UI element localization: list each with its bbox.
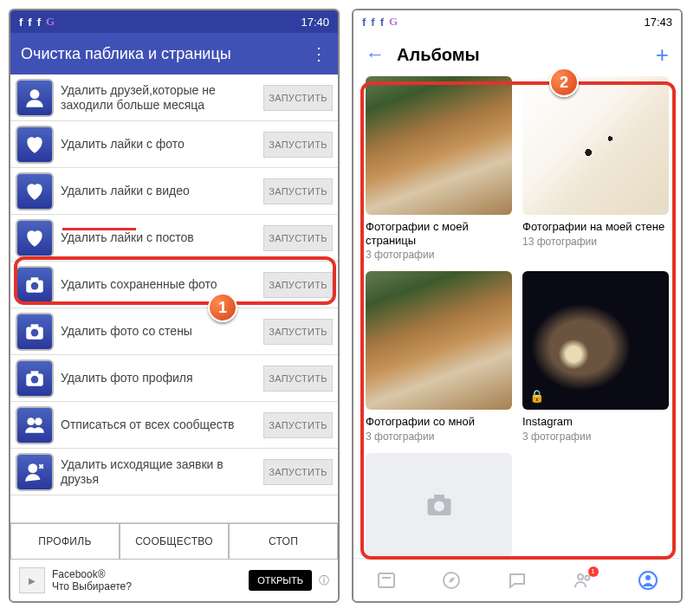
run-button[interactable]: ЗАПУСТИТЬ: [263, 225, 333, 251]
task-label: Отписаться от всех сообществ: [61, 418, 263, 432]
bottom-nav: 1: [353, 558, 681, 601]
album-title: Instagram: [522, 415, 669, 429]
ad-info-icon[interactable]: ⓘ: [319, 573, 329, 588]
run-button[interactable]: ЗАПУСТИТЬ: [263, 178, 333, 204]
task-label: Удалить лайки с постов: [61, 230, 263, 245]
nav-explore-icon[interactable]: [441, 570, 462, 591]
task-row: Удалить фото профиляЗАПУСТИТЬ: [10, 355, 338, 402]
upload-album[interactable]: [366, 453, 512, 557]
nav-friends-icon[interactable]: 1: [573, 570, 593, 591]
page-title: Очистка паблика и страницы: [21, 45, 231, 63]
task-label: Удалить фото со стены: [61, 324, 263, 339]
back-icon[interactable]: ←: [366, 43, 385, 66]
task-label: Удалить лайки с фото: [61, 137, 263, 152]
heart-icon: [16, 219, 54, 257]
tab-stop[interactable]: СТОП: [229, 523, 338, 560]
right-screen: f f f G 17:43 ← Альбомы + Фотографии с м…: [352, 9, 683, 603]
task-row: Удалить друзей,которые не заходили больш…: [10, 74, 338, 121]
album-card[interactable]: Фотографии с моей страницы3 фотографии: [366, 76, 512, 261]
heart-icon: [16, 172, 54, 210]
album-count: 3 фотографии: [366, 430, 512, 443]
album-count: 3 фотографии: [366, 249, 512, 261]
facebook-icon: f: [371, 16, 374, 29]
svg-rect-8: [434, 495, 444, 500]
task-label: Удалить исходящие заявки в друзья: [61, 457, 263, 487]
run-button[interactable]: ЗАПУСТИТЬ: [263, 132, 333, 158]
album-count: 13 фотографии: [522, 236, 669, 248]
album-thumb: 🔒: [522, 271, 669, 410]
album-thumb: [366, 271, 512, 410]
ad-open-button[interactable]: ОТКРЫТЬ: [249, 570, 312, 591]
facebook-icon: f: [380, 16, 384, 29]
album-grid: Фотографии с моей страницы3 фотографииФо…: [353, 76, 681, 558]
annotation-badge-2: 2: [549, 68, 579, 97]
facebook-icon: f: [362, 16, 366, 29]
task-label: Удалить друзей,которые не заходили больш…: [61, 83, 263, 113]
nav-news-icon[interactable]: [376, 570, 397, 591]
svg-point-14: [585, 575, 589, 579]
left-screen: f f f G 17:40 Очистка паблика и страницы…: [9, 9, 340, 603]
person-icon: [16, 79, 54, 117]
album-card[interactable]: 🔒Instagram3 фотографии: [522, 271, 669, 443]
facebook-icon: f: [28, 16, 31, 29]
svg-point-13: [578, 574, 583, 579]
run-button[interactable]: ЗАПУСТИТЬ: [263, 319, 333, 345]
task-list: Удалить друзей,которые не заходили больш…: [10, 74, 338, 519]
task-row: Удалить лайки с видеоЗАПУСТИТЬ: [10, 168, 338, 215]
run-button[interactable]: ЗАПУСТИТЬ: [263, 412, 333, 438]
svg-point-9: [434, 501, 444, 511]
ad-brand: Facebook®: [52, 568, 242, 580]
tab-profile[interactable]: ПРОФИЛЬ: [10, 523, 120, 560]
album-title: Фотографии на моей стене: [522, 220, 669, 234]
ad-thumb: ▶: [19, 567, 45, 593]
nav-profile-icon[interactable]: [638, 570, 658, 591]
album-thumb: [366, 76, 512, 215]
progress-indicator: [62, 228, 136, 230]
album-thumb: [522, 76, 669, 215]
camera-icon: [16, 266, 54, 304]
google-icon: G: [389, 15, 398, 29]
task-row: Удалить лайки с фотоЗАПУСТИТЬ: [10, 121, 338, 168]
task-label: Удалить фото профиля: [61, 371, 263, 385]
annotation-badge-1: 1: [208, 293, 237, 322]
heart-icon: [16, 126, 54, 164]
menu-icon[interactable]: ⋮: [310, 43, 327, 64]
run-button[interactable]: ЗАПУСТИТЬ: [263, 366, 333, 392]
svg-point-16: [645, 575, 651, 580]
ad-banner[interactable]: ▶ Facebook® Что Выбираете? ОТКРЫТЬ ⓘ: [10, 560, 338, 601]
group-icon: [16, 406, 54, 444]
lock-icon: 🔒: [529, 389, 544, 403]
album-card[interactable]: Фотографии на моей стене13 фотографии: [522, 76, 669, 261]
svg-rect-10: [379, 573, 394, 587]
camera-icon: [16, 359, 54, 398]
task-label: Удалить сохраненные фото: [61, 277, 263, 292]
album-title: Фотографии с моей страницы: [366, 220, 512, 247]
task-row: Удалить исходящие заявки в друзьяЗАПУСТИ…: [10, 449, 338, 495]
status-time: 17:43: [644, 16, 672, 29]
tab-community[interactable]: СООБЩЕСТВО: [120, 523, 229, 560]
album-card[interactable]: Фотографии со мной3 фотографии: [366, 271, 512, 443]
run-button[interactable]: ЗАПУСТИТЬ: [263, 459, 333, 485]
task-row: Удалить фото со стеныЗАПУСТИТЬ: [10, 308, 338, 355]
facebook-icon: f: [37, 16, 41, 29]
task-row: Отписаться от всех сообществЗАПУСТИТЬ: [10, 402, 338, 449]
nav-messages-icon[interactable]: [507, 570, 528, 591]
person-x-icon: [16, 453, 54, 491]
app-bar: Очистка паблика и страницы ⋮: [10, 33, 338, 74]
add-album-icon[interactable]: +: [656, 42, 669, 68]
run-button[interactable]: ЗАПУСТИТЬ: [263, 272, 333, 298]
status-bar: f f f G 17:43: [353, 10, 681, 33]
page-title: Альбомы: [397, 45, 480, 65]
album-count: 3 фотографии: [522, 430, 669, 443]
album-title: Фотографии со мной: [366, 415, 512, 429]
facebook-icon: f: [19, 16, 23, 29]
task-row: Удалить лайки с постовЗАПУСТИТЬ: [10, 215, 338, 262]
run-button[interactable]: ЗАПУСТИТЬ: [263, 85, 333, 111]
camera-icon: [16, 313, 54, 351]
ad-line: Что Выбираете?: [52, 580, 242, 592]
task-label: Удалить лайки с видео: [61, 184, 263, 198]
status-time: 17:40: [301, 16, 329, 29]
google-icon: G: [46, 15, 55, 29]
albums-header: ← Альбомы +: [353, 33, 681, 76]
upload-box[interactable]: [366, 453, 512, 557]
